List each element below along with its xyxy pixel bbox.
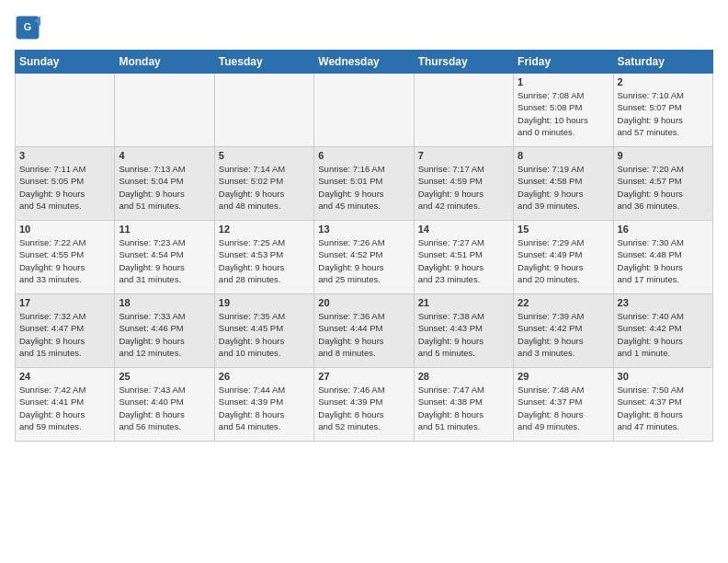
day-number: 18 xyxy=(119,297,210,308)
logo: G xyxy=(15,15,44,40)
day-number: 13 xyxy=(318,224,409,235)
calendar-cell xyxy=(115,74,214,147)
calendar-cell: 5Sunrise: 7:14 AM Sunset: 5:02 PM Daylig… xyxy=(214,147,313,221)
day-number: 23 xyxy=(618,297,709,308)
day-number: 11 xyxy=(119,224,210,235)
day-info: Sunrise: 7:46 AM Sunset: 4:39 PM Dayligh… xyxy=(318,384,409,432)
day-number: 16 xyxy=(618,224,709,235)
calendar-cell: 7Sunrise: 7:17 AM Sunset: 4:59 PM Daylig… xyxy=(414,147,513,221)
day-number: 6 xyxy=(318,150,409,161)
weekday-header-thursday: Thursday xyxy=(414,51,513,74)
calendar-cell: 16Sunrise: 7:30 AM Sunset: 4:48 PM Dayli… xyxy=(613,221,712,294)
calendar-cell: 9Sunrise: 7:20 AM Sunset: 4:57 PM Daylig… xyxy=(613,147,712,221)
day-info: Sunrise: 7:22 AM Sunset: 4:55 PM Dayligh… xyxy=(19,236,110,285)
day-info: Sunrise: 7:33 AM Sunset: 4:46 PM Dayligh… xyxy=(119,310,210,359)
day-info: Sunrise: 7:26 AM Sunset: 4:52 PM Dayligh… xyxy=(318,236,409,285)
day-info: Sunrise: 7:36 AM Sunset: 4:44 PM Dayligh… xyxy=(318,310,409,359)
day-info: Sunrise: 7:44 AM Sunset: 4:39 PM Dayligh… xyxy=(219,384,310,432)
day-number: 25 xyxy=(119,371,210,382)
day-number: 19 xyxy=(219,297,310,308)
day-number: 27 xyxy=(318,371,409,382)
day-info: Sunrise: 7:14 AM Sunset: 5:02 PM Dayligh… xyxy=(219,163,310,212)
day-info: Sunrise: 7:48 AM Sunset: 4:37 PM Dayligh… xyxy=(518,384,609,432)
day-number: 8 xyxy=(518,150,609,161)
calendar-cell: 30Sunrise: 7:50 AM Sunset: 4:37 PM Dayli… xyxy=(613,368,712,442)
day-info: Sunrise: 7:19 AM Sunset: 4:58 PM Dayligh… xyxy=(518,163,609,212)
calendar-cell: 22Sunrise: 7:39 AM Sunset: 4:42 PM Dayli… xyxy=(514,294,613,368)
day-info: Sunrise: 7:43 AM Sunset: 4:40 PM Dayligh… xyxy=(119,384,210,432)
day-number: 2 xyxy=(618,76,709,87)
calendar-cell: 8Sunrise: 7:19 AM Sunset: 4:58 PM Daylig… xyxy=(514,147,613,221)
day-number: 5 xyxy=(219,150,310,161)
calendar-week-3: 10Sunrise: 7:22 AM Sunset: 4:55 PM Dayli… xyxy=(16,221,713,294)
calendar-cell: 21Sunrise: 7:38 AM Sunset: 4:43 PM Dayli… xyxy=(414,294,513,368)
day-number: 12 xyxy=(219,224,310,235)
day-number: 21 xyxy=(418,297,509,308)
calendar-cell: 23Sunrise: 7:40 AM Sunset: 4:42 PM Dayli… xyxy=(613,294,712,368)
calendar-cell xyxy=(314,74,414,147)
day-number: 26 xyxy=(219,371,310,382)
calendar-table: SundayMondayTuesdayWednesdayThursdayFrid… xyxy=(15,50,713,442)
day-number: 1 xyxy=(518,76,609,87)
calendar-cell: 6Sunrise: 7:16 AM Sunset: 5:01 PM Daylig… xyxy=(314,147,414,221)
weekday-header-wednesday: Wednesday xyxy=(314,51,414,74)
weekday-header-saturday: Saturday xyxy=(613,51,712,74)
day-info: Sunrise: 7:39 AM Sunset: 4:42 PM Dayligh… xyxy=(518,310,609,359)
day-info: Sunrise: 7:08 AM Sunset: 5:08 PM Dayligh… xyxy=(518,89,609,138)
day-number: 22 xyxy=(518,297,609,308)
day-info: Sunrise: 7:23 AM Sunset: 4:54 PM Dayligh… xyxy=(119,236,210,285)
calendar-cell xyxy=(214,74,313,147)
day-info: Sunrise: 7:42 AM Sunset: 4:41 PM Dayligh… xyxy=(19,384,110,432)
weekday-header-sunday: Sunday xyxy=(16,51,115,74)
calendar-cell: 10Sunrise: 7:22 AM Sunset: 4:55 PM Dayli… xyxy=(16,221,115,294)
weekday-header-tuesday: Tuesday xyxy=(214,51,313,74)
calendar-week-4: 17Sunrise: 7:32 AM Sunset: 4:47 PM Dayli… xyxy=(16,294,713,368)
calendar-cell: 19Sunrise: 7:35 AM Sunset: 4:45 PM Dayli… xyxy=(214,294,313,368)
day-number: 10 xyxy=(19,224,110,235)
calendar-cell: 11Sunrise: 7:23 AM Sunset: 4:54 PM Dayli… xyxy=(115,221,214,294)
day-info: Sunrise: 7:40 AM Sunset: 4:42 PM Dayligh… xyxy=(618,310,709,359)
day-info: Sunrise: 7:16 AM Sunset: 5:01 PM Dayligh… xyxy=(318,163,409,212)
calendar-cell: 25Sunrise: 7:43 AM Sunset: 4:40 PM Dayli… xyxy=(115,368,214,442)
day-number: 29 xyxy=(518,371,609,382)
calendar-cell: 29Sunrise: 7:48 AM Sunset: 4:37 PM Dayli… xyxy=(514,368,613,442)
calendar-cell: 20Sunrise: 7:36 AM Sunset: 4:44 PM Dayli… xyxy=(314,294,414,368)
day-info: Sunrise: 7:20 AM Sunset: 4:57 PM Dayligh… xyxy=(618,163,709,212)
weekday-header-monday: Monday xyxy=(115,51,214,74)
calendar-cell: 4Sunrise: 7:13 AM Sunset: 5:04 PM Daylig… xyxy=(115,147,214,221)
calendar-week-2: 3Sunrise: 7:11 AM Sunset: 5:05 PM Daylig… xyxy=(16,147,713,221)
day-info: Sunrise: 7:13 AM Sunset: 5:04 PM Dayligh… xyxy=(119,163,210,212)
calendar-cell: 17Sunrise: 7:32 AM Sunset: 4:47 PM Dayli… xyxy=(16,294,115,368)
day-info: Sunrise: 7:17 AM Sunset: 4:59 PM Dayligh… xyxy=(418,163,509,212)
calendar-cell: 1Sunrise: 7:08 AM Sunset: 5:08 PM Daylig… xyxy=(514,74,613,147)
day-number: 30 xyxy=(618,371,709,382)
day-number: 14 xyxy=(418,224,509,235)
day-info: Sunrise: 7:47 AM Sunset: 4:38 PM Dayligh… xyxy=(418,384,509,432)
calendar-header: SundayMondayTuesdayWednesdayThursdayFrid… xyxy=(16,51,713,74)
day-number: 17 xyxy=(19,297,110,308)
day-info: Sunrise: 7:32 AM Sunset: 4:47 PM Dayligh… xyxy=(19,310,110,359)
calendar-week-5: 24Sunrise: 7:42 AM Sunset: 4:41 PM Dayli… xyxy=(16,368,713,442)
calendar-cell: 18Sunrise: 7:33 AM Sunset: 4:46 PM Dayli… xyxy=(115,294,214,368)
day-number: 9 xyxy=(618,150,709,161)
calendar-cell: 14Sunrise: 7:27 AM Sunset: 4:51 PM Dayli… xyxy=(414,221,513,294)
page-header: G xyxy=(15,15,713,40)
day-number: 4 xyxy=(119,150,210,161)
day-info: Sunrise: 7:38 AM Sunset: 4:43 PM Dayligh… xyxy=(418,310,509,359)
calendar-cell: 28Sunrise: 7:47 AM Sunset: 4:38 PM Dayli… xyxy=(414,368,513,442)
weekday-header-friday: Friday xyxy=(514,51,613,74)
logo-icon: G xyxy=(15,15,40,40)
calendar-cell: 15Sunrise: 7:29 AM Sunset: 4:49 PM Dayli… xyxy=(514,221,613,294)
day-info: Sunrise: 7:30 AM Sunset: 4:48 PM Dayligh… xyxy=(618,236,709,285)
calendar-cell: 3Sunrise: 7:11 AM Sunset: 5:05 PM Daylig… xyxy=(16,147,115,221)
day-number: 20 xyxy=(318,297,409,308)
day-number: 3 xyxy=(19,150,110,161)
day-number: 7 xyxy=(418,150,509,161)
svg-text:G: G xyxy=(24,21,31,32)
day-number: 24 xyxy=(19,371,110,382)
day-info: Sunrise: 7:50 AM Sunset: 4:37 PM Dayligh… xyxy=(618,384,709,432)
day-info: Sunrise: 7:11 AM Sunset: 5:05 PM Dayligh… xyxy=(19,163,110,212)
calendar-week-1: 1Sunrise: 7:08 AM Sunset: 5:08 PM Daylig… xyxy=(16,74,713,147)
calendar-cell xyxy=(16,74,115,147)
calendar-cell: 26Sunrise: 7:44 AM Sunset: 4:39 PM Dayli… xyxy=(214,368,313,442)
